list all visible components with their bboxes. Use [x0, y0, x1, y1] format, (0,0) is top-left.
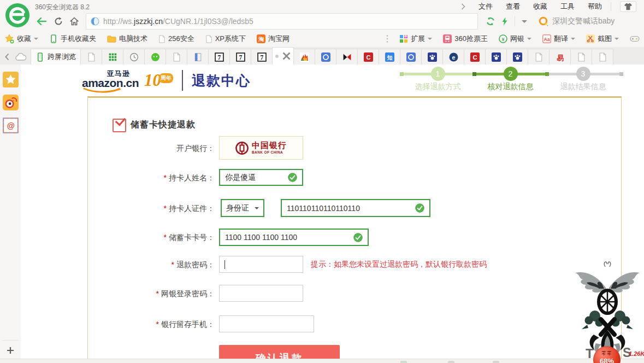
browser-tab[interactable] — [187, 49, 209, 65]
id-label: *持卡人证件： — [88, 200, 215, 217]
menu-favorites[interactable]: 收藏 — [533, 2, 547, 11]
browser-tab[interactable] — [166, 49, 187, 65]
weibo-icon[interactable] — [3, 95, 19, 110]
refund-password-input[interactable] — [219, 256, 303, 273]
ebank-password-input[interactable] — [219, 285, 303, 302]
add-sidebar-item-button[interactable] — [6, 346, 15, 355]
bookmark-item[interactable]: 扩展 — [399, 34, 432, 44]
360-search-icon — [539, 16, 548, 26]
active-tab[interactable] — [272, 47, 294, 65]
close-icon[interactable] — [282, 51, 291, 61]
tab-scroll-back-icon[interactable] — [4, 53, 10, 61]
phone-label: *银行留存手机： — [88, 315, 215, 333]
ball-label: 零零 — [593, 350, 621, 357]
bank-phone-input[interactable] — [219, 315, 314, 332]
bookmark-item[interactable]: 256安全 — [158, 34, 194, 44]
taskbar-edge — [0, 359, 644, 363]
browser-tab[interactable] — [592, 49, 613, 65]
bookmark-item[interactable] — [630, 35, 640, 43]
bookmark-item[interactable]: 手机收藏夹 — [49, 34, 96, 44]
menu-file[interactable]: 文件 — [478, 2, 493, 11]
browser-tab[interactable]: 7 — [229, 49, 251, 65]
browser-tab[interactable]: 7 — [208, 49, 230, 65]
browser-tab[interactable] — [315, 49, 336, 65]
browser-tab[interactable] — [528, 49, 550, 65]
app-grid-icon — [108, 52, 117, 62]
paw-icon — [428, 52, 437, 62]
translate-icon: Aa — [542, 34, 551, 43]
tab-label: 跨屏浏览 — [48, 52, 76, 62]
menu-view[interactable]: 查看 — [506, 2, 520, 11]
bookmark-item[interactable]: XP系统下 — [205, 34, 246, 44]
overflow-dots-icon[interactable] — [386, 34, 388, 43]
dropdown-caret-icon — [34, 38, 38, 42]
browser-tab[interactable] — [485, 49, 507, 65]
browser-tab[interactable]: C — [357, 49, 379, 65]
browser-tab[interactable] — [421, 49, 443, 65]
confirm-refund-button[interactable]: 确认退款 — [219, 345, 340, 359]
card-number-input[interactable]: 1100 1100 1100 1100 — [219, 229, 369, 246]
tab-cross-screen-browse[interactable]: 跨屏浏览 — [31, 49, 81, 65]
cloud-sync-icon[interactable] — [15, 53, 26, 61]
ball-percent: 68% — [593, 357, 621, 363]
auto-refresh-icon[interactable] — [486, 17, 495, 26]
back-button[interactable] — [36, 17, 47, 26]
window-title: 360安全浏览器 8.2 — [35, 3, 90, 12]
browser-tab[interactable] — [293, 49, 315, 65]
browser-tab[interactable] — [80, 49, 102, 65]
browser-tab[interactable]: 7 — [251, 49, 273, 65]
bookmark-item[interactable]: 截图 — [586, 34, 619, 44]
svg-text:Aa: Aa — [544, 37, 550, 42]
bookmark-item[interactable]: 电脑技术 — [107, 34, 147, 44]
taskbar-icon-peek — [493, 361, 499, 363]
bookmark-item[interactable]: Aa翻译 — [542, 34, 575, 44]
home-button[interactable] — [70, 17, 79, 26]
browser-tab[interactable] — [123, 49, 145, 65]
skin-theme-button[interactable] — [620, 1, 636, 12]
url-path: /CUgNR.1/1jl0S3@/ledsb5 — [163, 17, 253, 26]
folder-icon — [107, 35, 116, 43]
menu-help[interactable]: 帮助 — [588, 2, 602, 11]
bookmark-item[interactable]: 收藏 — [4, 34, 38, 44]
360-browser-logo-icon[interactable] — [5, 3, 30, 28]
browser-tab[interactable] — [144, 49, 166, 65]
seven-icon: 7 — [215, 52, 224, 62]
bookmark-label: 256安全 — [168, 34, 194, 44]
phone-icon — [49, 34, 58, 43]
browser-tab[interactable] — [506, 49, 528, 65]
browser-tab[interactable]: 知 — [379, 49, 400, 65]
bookmark-item[interactable]: 360抢票王 — [443, 34, 488, 44]
url-host: jszzkj.cn — [134, 17, 163, 26]
bookmark-item[interactable]: ¥网银 — [499, 34, 531, 44]
amazon-logo-zh: 亚马逊 — [107, 69, 130, 79]
mail-at-icon[interactable]: @ — [3, 118, 19, 133]
search-input[interactable]: 深圳交警喊话baby — [535, 14, 644, 29]
cardholder-name-input[interactable]: 你是傻逼 — [219, 169, 303, 186]
menu-tools[interactable]: 工具 — [560, 2, 575, 11]
amazon-logo: 亚马逊 amazon.cn — [82, 71, 139, 90]
svg-text:知: 知 — [386, 54, 392, 60]
svg-text:7: 7 — [260, 54, 263, 61]
favorites-star-icon[interactable] — [3, 72, 19, 87]
bookmark-label: 电脑技术 — [119, 34, 147, 44]
tab-strip: 777C知eC易 — [81, 47, 613, 65]
url-input[interactable]: http://ws.jszzkj.cn/CUgNR.1/1jl0S3@/leds… — [86, 13, 478, 30]
browser-tab[interactable]: e — [442, 49, 464, 65]
browser-tab[interactable]: 易 — [549, 49, 571, 65]
bookmark-item[interactable]: 淘淘宝网 — [257, 34, 289, 44]
bookmark-label: XP系统下 — [215, 34, 246, 44]
menu-expand-icon[interactable] — [461, 3, 465, 10]
browser-tab[interactable] — [336, 49, 358, 65]
id-type-select[interactable]: 身份证 — [221, 199, 264, 217]
browser-tab[interactable] — [400, 49, 422, 65]
bookmark-label: 淘宝网 — [268, 34, 289, 44]
browser-tab[interactable] — [102, 49, 123, 65]
url-history-caret-icon[interactable] — [522, 20, 527, 26]
paw-icon — [492, 52, 501, 62]
browser-tab[interactable] — [570, 49, 592, 65]
id-number-input[interactable]: 110110110110110110 — [281, 199, 430, 217]
savings-card-checkbox[interactable] — [113, 119, 126, 132]
turbo-lightning-icon[interactable] — [501, 17, 508, 26]
browser-tab[interactable]: C — [464, 49, 486, 65]
reload-button[interactable] — [54, 17, 63, 26]
